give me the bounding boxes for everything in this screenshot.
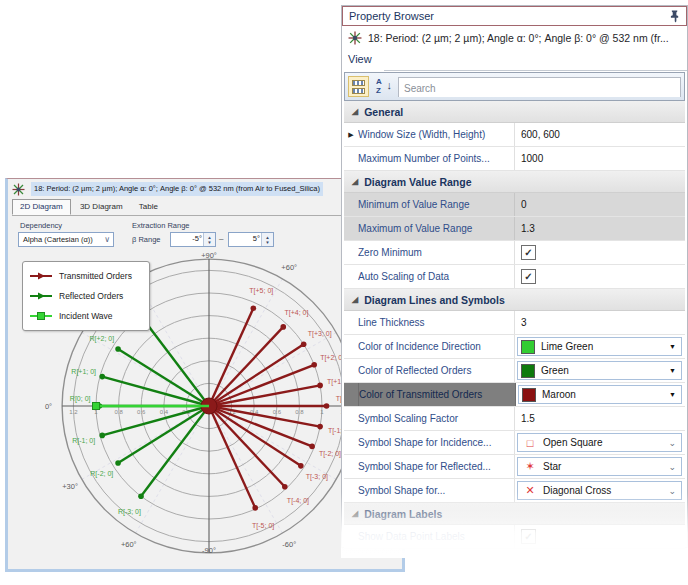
open-square-icon: □ <box>523 437 537 449</box>
color-dropdown-maroon[interactable]: Maroon▼ <box>518 385 682 404</box>
search-box <box>398 77 681 97</box>
property-row-maximum-of-value-range[interactable]: Maximum of Value Range1.3 <box>344 217 685 241</box>
property-grid: ◢General▶Window Size (Width, Height)600,… <box>344 101 685 549</box>
property-value: Maroon▼ <box>516 383 685 406</box>
property-label: Color of Reflected Orders <box>358 359 515 382</box>
dropdown-value: Green <box>541 365 569 376</box>
property-row-color-of-incidence-direction[interactable]: Color of Incidence DirectionLime Green▼ <box>344 335 685 359</box>
reflected-order-label: R[+1; 0] <box>71 368 96 376</box>
section-diagram-labels[interactable]: ◢Diagram Labels <box>344 503 685 525</box>
color-swatch <box>521 340 535 354</box>
property-value[interactable]: 1.3 <box>515 217 685 240</box>
tab-2d-diagram[interactable]: 2D Diagram <box>12 199 71 215</box>
grating-orders-icon <box>348 31 362 45</box>
legend-marker-icon <box>29 291 53 301</box>
property-row-minimum-of-value-range[interactable]: Minimum of Value Range0 <box>344 193 685 217</box>
property-row-symbol-shape-for[interactable]: Symbol Shape for...✕Diagonal Cross⌄ <box>344 479 685 503</box>
property-label: Show Data Point Labels <box>358 525 515 548</box>
checkbox[interactable]: ✓ <box>521 269 536 284</box>
radial-tick-label: 0.4 <box>160 409 169 415</box>
property-row-show-data-point-labels[interactable]: Show Data Point Labels✓ <box>344 525 685 549</box>
alphabetical-sort-button[interactable]: A Z ↓ <box>373 76 394 97</box>
property-label: Maximum of Value Range <box>358 217 515 240</box>
row-expander-spacer <box>344 383 359 406</box>
property-row-zero-minimum[interactable]: Zero Minimum✓ <box>344 241 685 265</box>
property-row-symbol-shape-for-reflected[interactable]: Symbol Shape for Reflected...✶Star⌄ <box>344 455 685 479</box>
property-value[interactable]: 1.5 <box>515 407 685 430</box>
shape-dropdown-diagonal-cross[interactable]: ✕Diagonal Cross⌄ <box>517 481 682 500</box>
row-expander-spacer <box>344 525 358 548</box>
property-value[interactable]: 600, 600 <box>515 123 685 146</box>
row-expander-spacer <box>344 217 358 240</box>
reflected-order-label: R[-3; 0] <box>118 508 141 516</box>
section-diagram-lines-and-symbols[interactable]: ◢Diagram Lines and Symbols <box>344 289 685 311</box>
property-value[interactable]: 0 <box>515 193 685 216</box>
angle-label: +60° <box>281 263 297 272</box>
section-expander-icon: ◢ <box>352 177 358 186</box>
section-expander-icon: ◢ <box>352 509 358 518</box>
property-label: Window Size (Width, Height) <box>358 123 515 146</box>
tab-3d-diagram[interactable]: 3D Diagram <box>73 200 130 214</box>
property-label: Symbol Shape for Incidence... <box>358 431 515 454</box>
row-expander-spacer <box>344 241 358 264</box>
radial-tick-label: 0.6 <box>137 409 146 415</box>
color-dropdown-green[interactable]: Green▼ <box>517 361 682 380</box>
transmitted-order-marker <box>298 463 304 469</box>
transmitted-order-label: T[-4; 0] <box>287 497 309 505</box>
plot-legend: Transmitted OrdersReflected OrdersIncide… <box>22 261 150 331</box>
property-value: ✓ <box>515 265 685 288</box>
transmitted-order-marker <box>317 424 323 430</box>
search-input[interactable] <box>399 79 680 97</box>
property-row-symbol-scaling-factor[interactable]: Symbol Scaling Factor1.5 <box>344 407 685 431</box>
transmitted-order-marker <box>301 341 307 347</box>
property-browser-panel: Property Browser 18: Period: (2 µm; 2 µm… <box>341 5 688 548</box>
pin-icon[interactable] <box>670 10 680 23</box>
transmitted-order-marker <box>282 484 288 490</box>
reflected-order-marker <box>138 493 144 499</box>
reflected-order-marker <box>99 374 105 380</box>
categorized-view-button[interactable] <box>348 76 369 97</box>
radial-tick-label: 1.2 <box>69 409 78 415</box>
property-row-color-of-transmitted-orders[interactable]: Color of Transmitted OrdersMaroon▼ <box>344 383 685 407</box>
view-tab-row: View <box>342 50 687 71</box>
shape-dropdown-open-square[interactable]: □Open Square⌄ <box>517 433 682 452</box>
row-expander-spacer <box>344 193 358 216</box>
checkbox[interactable]: ✓ <box>521 529 536 544</box>
chevron-down-icon: ⌄ <box>668 486 676 496</box>
property-browser-titlebar: Property Browser <box>342 6 687 26</box>
reflected-order-marker <box>99 433 105 439</box>
property-row-window-size-width-height[interactable]: ▶Window Size (Width, Height)600, 600 <box>344 123 685 147</box>
incident-wave-marker <box>93 403 100 410</box>
transmitted-order-label: T[+3; 0] <box>308 330 332 338</box>
angle-gridline <box>136 406 209 533</box>
tab-table[interactable]: Table <box>132 200 165 214</box>
property-value[interactable]: 3 <box>515 311 685 334</box>
angle-label: -60° <box>282 540 296 549</box>
tab-view[interactable]: View <box>348 53 372 65</box>
dropdown-value: Lime Green <box>541 341 593 352</box>
section-general[interactable]: ◢General <box>344 101 685 123</box>
categorized-icon <box>352 80 365 86</box>
property-label: Color of Transmitted Orders <box>359 383 516 406</box>
property-browser-title: Property Browser <box>349 10 434 22</box>
color-dropdown-lime-green[interactable]: Lime Green▼ <box>517 337 682 356</box>
reflected-order-label: R[-2; 0] <box>90 470 113 478</box>
row-expander-spacer <box>344 265 358 288</box>
property-row-maximum-number-of-points[interactable]: Maximum Number of Points...1000 <box>344 147 685 171</box>
legend-item-transmitted-orders: Transmitted Orders <box>29 266 143 286</box>
reflected-order-label: R[0; 0] <box>70 395 91 403</box>
property-value[interactable]: 1000 <box>515 147 685 170</box>
angle-gridline <box>209 406 282 533</box>
row-expander-spacer <box>344 147 358 170</box>
radial-tick-label: 0.8 <box>114 409 123 415</box>
property-row-color-of-reflected-orders[interactable]: Color of Reflected OrdersGreen▼ <box>344 359 685 383</box>
property-row-auto-scaling-of-data[interactable]: Auto Scaling of Data✓ <box>344 265 685 289</box>
shape-dropdown-star[interactable]: ✶Star⌄ <box>517 457 682 476</box>
row-expander-spacer <box>344 311 358 334</box>
row-expander-icon[interactable]: ▶ <box>344 123 358 146</box>
section-expander-icon: ◢ <box>352 295 358 304</box>
section-diagram-value-range[interactable]: ◢Diagram Value Range <box>344 171 685 193</box>
checkbox[interactable]: ✓ <box>521 245 536 260</box>
property-row-symbol-shape-for-incidence[interactable]: Symbol Shape for Incidence...□Open Squar… <box>344 431 685 455</box>
property-row-line-thickness[interactable]: Line Thickness3 <box>344 311 685 335</box>
